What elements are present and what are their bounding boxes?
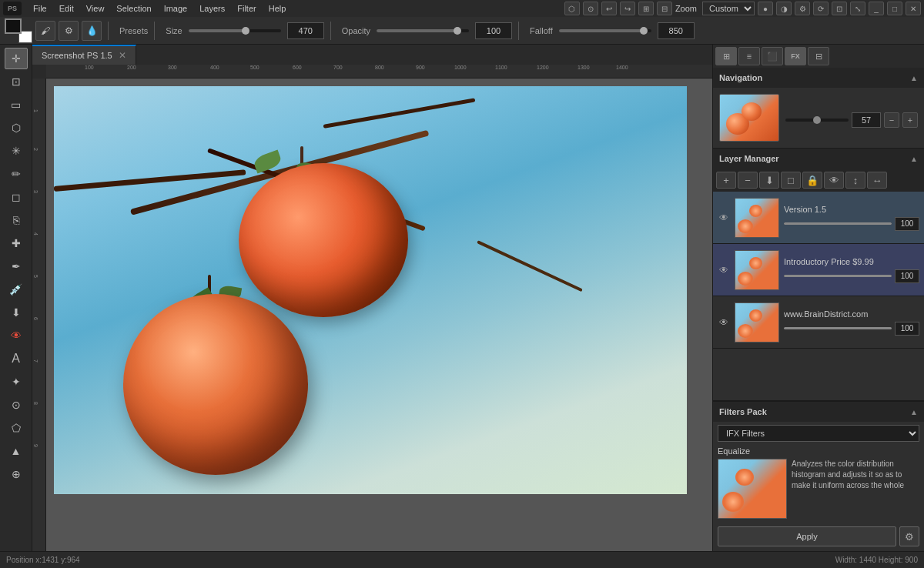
tab-paths[interactable]: ⊟: [808, 47, 829, 65]
tool-dropper[interactable]: 💉: [5, 279, 28, 300]
tool-eraser[interactable]: ◻: [5, 186, 28, 208]
layer-item-1[interactable]: 👁 Introductory Price $9.99 100: [713, 244, 924, 296]
zoom-label: Zoom: [675, 4, 697, 13]
layer-opacity-slider-2[interactable]: [784, 327, 892, 329]
menu-filter[interactable]: Filter: [232, 2, 261, 15]
layer-eye-0[interactable]: 👁: [718, 212, 730, 224]
redo-icon[interactable]: ↪: [620, 2, 635, 15]
tool-red[interactable]: 👁: [5, 325, 28, 346]
tool-warp[interactable]: ✦: [5, 371, 28, 393]
tool-mode-btn[interactable]: 🖌: [35, 21, 55, 41]
nav-controls-area: 57 − +: [785, 108, 918, 128]
layer-opacity-slider-1[interactable]: [784, 275, 892, 277]
layer-eye-2[interactable]: 👁: [718, 316, 730, 329]
tool-healing[interactable]: ✚: [5, 232, 28, 254]
menu-edit[interactable]: Edit: [54, 2, 79, 15]
nav-zoom-in[interactable]: +: [902, 112, 918, 128]
presets-label: Presets: [119, 26, 148, 35]
maximize-icon[interactable]: □: [887, 2, 902, 15]
canvas-image-container[interactable]: [46, 79, 712, 551]
tool-zoom-canvas[interactable]: ⊕: [5, 463, 28, 485]
menu-image[interactable]: Image: [159, 2, 193, 15]
layers-list[interactable]: 👁 Version 1.5 100: [713, 192, 924, 400]
menu-layers[interactable]: Layers: [194, 2, 230, 15]
tab-history[interactable]: ⬛: [762, 47, 783, 65]
tool-settings-btn[interactable]: ⚙: [59, 21, 79, 41]
settings-icon[interactable]: ⚙: [795, 2, 810, 15]
canvas-wrapper[interactable]: 100 200 300 400 500 600 700 800 900 1000…: [32, 65, 712, 551]
opacity-input[interactable]: [475, 22, 512, 39]
layer-flip-h-btn[interactable]: ↔: [867, 172, 887, 189]
tool-move[interactable]: ✛: [5, 48, 28, 69]
filters-pack-arrow: ▲: [910, 408, 918, 416]
nav-zoom-slider[interactable]: [785, 119, 849, 122]
tool-smudge[interactable]: ⊙: [5, 394, 28, 416]
filter-apply-button[interactable]: Apply: [718, 526, 896, 546]
layer-merge-btn[interactable]: ⬇: [759, 172, 779, 189]
proxy-icon[interactable]: ⬡: [564, 2, 580, 15]
layer-add-btn[interactable]: +: [716, 172, 736, 189]
layer-visible-btn[interactable]: 👁: [824, 172, 844, 189]
tool-rect-select[interactable]: ▭: [5, 94, 28, 115]
canvas-tab-active[interactable]: Screenshot PS 1.5 ✕: [32, 45, 136, 65]
tool-clone[interactable]: ⎘: [5, 209, 28, 231]
layer-remove-btn[interactable]: −: [738, 172, 758, 189]
canvas-image[interactable]: [54, 86, 687, 494]
navigation-header[interactable]: Navigation ▲: [713, 68, 924, 88]
tool-fill[interactable]: ⬇: [5, 302, 28, 323]
layer-eye-1[interactable]: 👁: [718, 264, 730, 276]
tab-layers[interactable]: ⊞: [715, 47, 737, 65]
filters-pack-section: Filters Pack ▲ IFX Filters Equalize Anal…: [713, 401, 924, 551]
menu-selection[interactable]: Selection: [111, 2, 156, 15]
layer-info-0: Version 1.5 100: [784, 205, 919, 231]
resize-icon[interactable]: ⤡: [850, 2, 865, 15]
nav-zoom-out[interactable]: −: [884, 112, 899, 128]
layer-opacity-value-2: 100: [895, 322, 919, 336]
size-input[interactable]: [287, 22, 324, 39]
layer-lock-btn[interactable]: 🔒: [802, 172, 822, 189]
layer-item-2[interactable]: 👁 www.BrainDistrict.com 100: [713, 296, 924, 349]
size-slider[interactable]: [189, 29, 281, 32]
filter-category-dropdown[interactable]: IFX Filters: [718, 425, 919, 442]
tool-lasso[interactable]: ⬡: [5, 117, 28, 139]
tab-channels[interactable]: ≡: [738, 47, 760, 65]
grid2-icon[interactable]: ⊟: [657, 2, 672, 15]
layer-manager-title: Layer Manager: [719, 154, 779, 163]
screen-icon[interactable]: ⊡: [832, 2, 847, 15]
menu-view[interactable]: View: [81, 2, 110, 15]
color-icon[interactable]: ●: [758, 2, 773, 15]
layer-opacity-slider-0[interactable]: [784, 222, 892, 225]
filters-pack-header[interactable]: Filters Pack ▲: [713, 402, 924, 422]
toolbar-divider-2: [154, 22, 155, 40]
layer-duplicate-btn[interactable]: □: [781, 172, 801, 189]
history-icon[interactable]: ⟳: [813, 2, 829, 15]
canvas-tab-close[interactable]: ✕: [119, 50, 126, 61]
opacity-slider[interactable]: [377, 29, 469, 32]
layer-flip-v-btn[interactable]: ↕: [845, 172, 865, 189]
tool-sample[interactable]: ▲: [5, 440, 28, 462]
menu-file[interactable]: File: [28, 2, 52, 15]
menu-help[interactable]: Help: [263, 2, 292, 15]
tool-pen[interactable]: ✒: [5, 256, 28, 277]
undo-icon[interactable]: ↩: [601, 2, 617, 15]
falloff-slider[interactable]: [559, 29, 651, 32]
layer-manager-header[interactable]: Layer Manager ▲: [713, 149, 924, 169]
zoom-dropdown[interactable]: Custom: [702, 2, 755, 15]
tool-shape[interactable]: ⬠: [5, 417, 28, 439]
tool-text[interactable]: A: [5, 348, 28, 369]
layer-item-0[interactable]: 👁 Version 1.5 100: [713, 192, 924, 244]
grid-icon[interactable]: ⊞: [638, 2, 654, 15]
filter-settings-btn[interactable]: ⚙: [899, 526, 919, 546]
tab-fx[interactable]: FX: [785, 47, 806, 65]
tool-pick-btn[interactable]: 💧: [82, 21, 102, 41]
tool-brush[interactable]: ✏: [5, 163, 28, 185]
capture-icon[interactable]: ⊙: [583, 2, 598, 15]
falloff-input[interactable]: [658, 22, 695, 39]
tool-magic-wand[interactable]: ✳: [5, 140, 28, 162]
color-selector[interactable]: [5, 18, 32, 43]
close-icon[interactable]: ✕: [906, 2, 921, 15]
tool-transform[interactable]: ⊡: [5, 71, 28, 92]
layer-thumb-fruit1-2: [738, 324, 753, 338]
minimize-icon[interactable]: _: [869, 2, 884, 15]
halfcircle-icon[interactable]: ◑: [776, 2, 792, 15]
